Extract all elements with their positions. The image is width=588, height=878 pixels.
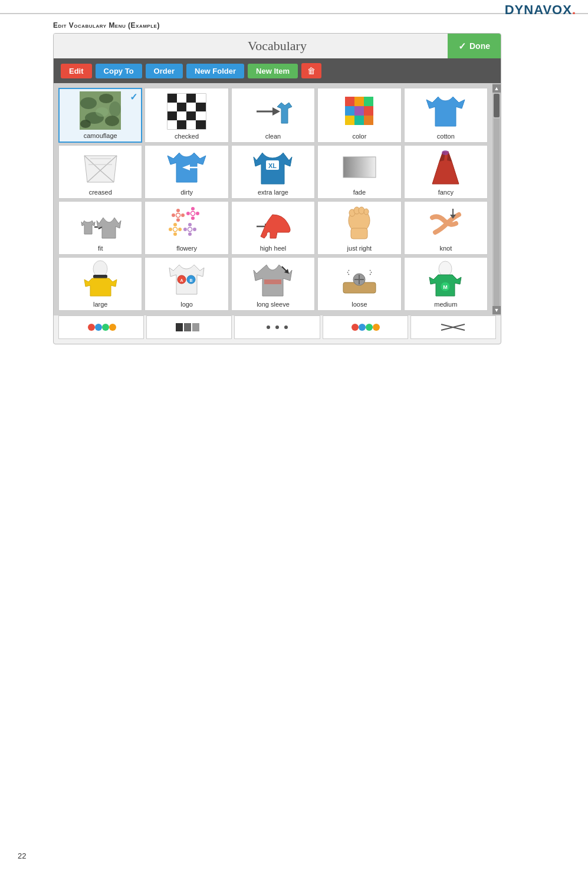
svg-point-112	[366, 324, 373, 331]
vocab-item-medium[interactable]: M medium	[404, 257, 488, 311]
svg-point-66	[178, 228, 182, 231]
extra-large-icon: XL	[252, 148, 294, 186]
svg-point-63	[173, 223, 177, 226]
svg-point-65	[169, 228, 172, 231]
high-heel-label: high heel	[260, 245, 287, 252]
scrollbar[interactable]: ▲ ▼	[492, 83, 501, 315]
color-icon	[339, 92, 380, 130]
svg-point-3	[109, 101, 121, 117]
vocab-item-extra-large[interactable]: XL extra large	[231, 145, 315, 199]
scroll-track	[494, 119, 500, 306]
svg-rect-9	[167, 94, 177, 103]
partial-cell-2[interactable]	[146, 315, 232, 339]
partial-cell-3[interactable]	[234, 315, 320, 339]
svg-rect-13	[167, 103, 177, 111]
svg-rect-22	[177, 120, 186, 129]
vocab-item-creased[interactable]: creased	[58, 145, 142, 199]
scroll-up-arrow[interactable]: ▲	[492, 84, 501, 93]
vocab-item-long-sleeve[interactable]: long sleeve	[231, 257, 315, 311]
svg-point-59	[186, 212, 190, 215]
fit-label: fit	[98, 245, 103, 252]
long-sleeve-icon	[252, 260, 294, 298]
svg-point-5	[105, 116, 119, 126]
partial-cell-1[interactable]	[58, 315, 144, 339]
copy-to-button[interactable]: Copy To	[96, 64, 142, 78]
svg-rect-14	[177, 103, 186, 111]
svg-rect-81	[351, 228, 367, 239]
svg-point-53	[172, 213, 175, 217]
knot-label: knot	[439, 245, 452, 252]
loose-icon	[339, 260, 380, 298]
svg-point-72	[193, 228, 196, 231]
top-divider	[0, 13, 588, 14]
svg-point-2	[99, 94, 113, 103]
svg-rect-30	[345, 106, 354, 116]
svg-point-73	[188, 228, 192, 231]
svg-point-100	[88, 324, 95, 331]
svg-rect-33	[345, 116, 354, 125]
delete-button[interactable]: 🗑	[301, 63, 321, 78]
svg-point-51	[176, 209, 180, 212]
vocab-item-cotton[interactable]: cotton	[404, 88, 488, 143]
scroll-thumb[interactable]	[494, 94, 500, 117]
svg-point-7	[96, 107, 109, 117]
dialog-title: Vocabulary	[54, 38, 501, 54]
vocab-item-fade[interactable]: fade	[317, 145, 401, 199]
vocab-item-large[interactable]: large	[58, 257, 142, 311]
svg-point-108	[275, 325, 279, 329]
vocab-item-logo[interactable]: A B logo	[144, 257, 228, 311]
vocab-item-color[interactable]: color	[317, 88, 401, 143]
svg-rect-17	[167, 111, 177, 120]
order-button[interactable]: Order	[146, 64, 183, 78]
page-number: 22	[18, 851, 26, 860]
svg-rect-32	[364, 106, 373, 116]
svg-text:XL: XL	[268, 162, 277, 169]
svg-rect-19	[186, 111, 196, 120]
edit-button[interactable]: Edit	[61, 64, 92, 78]
svg-point-54	[181, 213, 185, 217]
new-folder-button[interactable]: New Folder	[186, 64, 244, 78]
svg-rect-31	[354, 106, 364, 116]
vocab-item-high-heel[interactable]: high heel	[231, 201, 315, 255]
svg-point-67	[173, 228, 177, 231]
svg-point-113	[373, 324, 380, 331]
svg-point-64	[173, 232, 177, 236]
svg-point-107	[267, 325, 270, 329]
vocab-item-checked[interactable]: checked	[144, 88, 228, 143]
partial-bottom-row	[54, 315, 501, 344]
svg-rect-11	[186, 94, 196, 103]
done-button[interactable]: ✓ Done	[448, 34, 501, 58]
vocab-item-dirty[interactable]: dirty	[144, 145, 228, 199]
partial-cell-4[interactable]	[323, 315, 408, 339]
logo-label: logo	[180, 301, 193, 308]
vocab-item-fancy[interactable]: fancy	[404, 145, 488, 199]
dirty-label: dirty	[180, 189, 193, 196]
vocab-item-flowery[interactable]: flowery	[144, 201, 228, 255]
svg-rect-34	[354, 116, 364, 125]
grid-wrapper: camouflage	[54, 83, 501, 315]
svg-point-58	[191, 216, 195, 220]
svg-point-101	[95, 324, 102, 331]
vocabulary-dialog: Vocabulary ✓ Done Edit Copy To Order New…	[53, 33, 501, 344]
toolbar: Edit Copy To Order New Folder New Item 🗑	[54, 58, 501, 83]
vocab-item-camouflage[interactable]: camouflage	[58, 88, 142, 143]
new-item-button[interactable]: New Item	[248, 64, 298, 78]
loose-label: loose	[352, 301, 367, 308]
svg-text:A: A	[180, 278, 183, 282]
svg-rect-15	[186, 103, 196, 111]
partial-cell-5[interactable]	[410, 315, 496, 339]
section-title: Edit Vocabulary Menu (Example)	[53, 21, 160, 29]
medium-label: medium	[434, 301, 457, 308]
fade-icon	[339, 148, 380, 186]
svg-rect-105	[184, 323, 191, 331]
svg-rect-23	[186, 120, 196, 129]
vocab-item-knot[interactable]: knot	[404, 201, 488, 255]
creased-label: creased	[89, 189, 112, 196]
vocab-item-loose[interactable]: loose	[317, 257, 401, 311]
svg-point-111	[359, 324, 366, 331]
svg-rect-18	[177, 111, 186, 120]
vocab-item-just-right[interactable]: just right	[317, 201, 401, 255]
vocab-item-fit[interactable]: fit	[58, 201, 142, 255]
vocab-item-clean[interactable]: clean	[231, 88, 315, 143]
scroll-down-arrow[interactable]: ▼	[492, 306, 501, 314]
